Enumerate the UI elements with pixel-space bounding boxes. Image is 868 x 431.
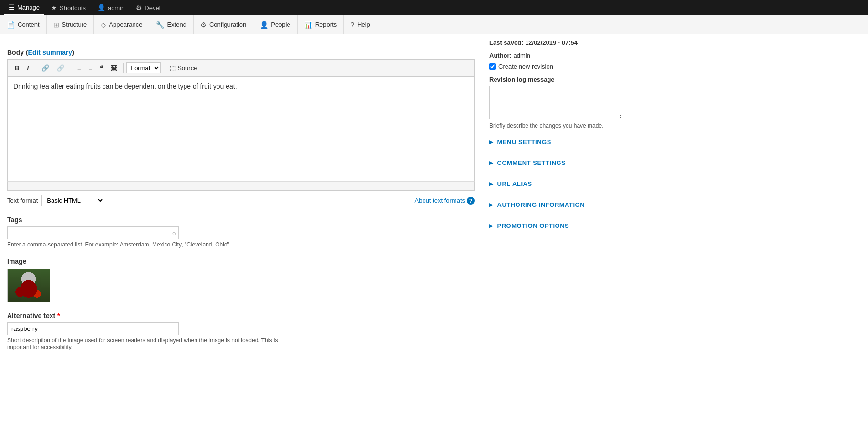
accordion-menu-settings: ▶ Menu Settings <box>489 133 622 150</box>
manage-label: Manage <box>17 4 40 11</box>
nav-people[interactable]: 👤 People <box>253 15 297 34</box>
appearance-icon: ◇ <box>101 21 106 29</box>
text-format-label: Text format <box>7 197 38 204</box>
structure-icon: ⊞ <box>53 21 59 29</box>
devel-label: Devel <box>145 4 160 11</box>
nav-config-label: Configuration <box>209 21 246 28</box>
tags-hint: Enter a comma-separated list. For exampl… <box>7 241 475 248</box>
page-layout: Body (Edit summary) B I 🔗 🔗 ≡ ≡ ❝ 🖼 Form… <box>0 34 868 355</box>
image-field: Image <box>7 257 475 302</box>
manage-icon: ☰ <box>9 3 15 11</box>
nav-appearance-label: Appearance <box>109 21 142 28</box>
main-nav: 📄 Content ⊞ Structure ◇ Appearance 🔧 Ext… <box>0 15 868 34</box>
toolbar-sep-1 <box>35 63 35 73</box>
alt-text-input[interactable] <box>7 322 179 335</box>
devel-icon: ⚙ <box>136 4 142 11</box>
nav-extend[interactable]: 🔧 Extend <box>149 15 193 34</box>
italic-button[interactable]: I <box>23 62 32 73</box>
nav-help[interactable]: ? Help <box>344 15 377 34</box>
image-label: Image <box>7 257 475 265</box>
nav-help-label: Help <box>357 21 370 28</box>
accordion-url-alias: ▶ URL Alias <box>489 175 622 192</box>
authoring-info-arrow-icon: ▶ <box>489 202 494 207</box>
url-alias-arrow-icon: ▶ <box>489 181 494 186</box>
unlink-button[interactable]: 🔗 <box>53 62 68 73</box>
tags-clear-icon[interactable]: ○ <box>172 229 176 237</box>
source-button[interactable]: ⬚ Source <box>167 63 200 73</box>
tags-input-wrap: ○ <box>7 226 179 239</box>
content-icon: 📄 <box>7 21 15 29</box>
text-format-select[interactable]: Basic HTML Restricted HTML Full HTML Pla… <box>41 195 104 206</box>
image-insert-button[interactable]: 🖼 <box>107 62 120 73</box>
main-content: Body (Edit summary) B I 🔗 🔗 ≡ ≡ ❝ 🖼 Form… <box>0 39 482 350</box>
star-icon: ★ <box>51 4 57 11</box>
user-icon: 👤 <box>97 4 105 11</box>
accordion-list: ▶ Menu Settings ▶ Comment Settings ▶ URL… <box>489 133 622 234</box>
revision-log-label: Revision log message <box>489 76 622 83</box>
image-thumbnail <box>7 269 50 302</box>
toolbar-sep-4 <box>164 63 164 73</box>
reports-icon: 📊 <box>304 21 312 29</box>
nav-content-label: Content <box>18 21 40 28</box>
create-revision-checkbox[interactable] <box>489 63 496 70</box>
bold-button[interactable]: B <box>11 62 22 73</box>
about-text-formats-link[interactable]: About text formats ? <box>415 197 475 205</box>
nav-content[interactable]: 📄 Content <box>0 15 47 34</box>
admin-bar-admin[interactable]: 👤 admin <box>93 0 129 15</box>
nav-appearance[interactable]: ◇ Appearance <box>94 15 149 34</box>
revision-log-textarea[interactable] <box>489 86 622 119</box>
tags-input[interactable] <box>7 226 179 239</box>
alt-text-hint: Short description of the image used for … <box>7 337 293 350</box>
format-select[interactable]: Format <box>126 62 161 73</box>
accordion-promotion-options-header[interactable]: ▶ Promotion Options <box>489 217 622 234</box>
create-revision-label: Create new revision <box>498 63 553 70</box>
editor-body[interactable]: Drinking tea after eating fruits can be … <box>7 76 475 181</box>
promotion-options-arrow-icon: ▶ <box>489 223 494 228</box>
tags-label: Tags <box>7 216 475 224</box>
required-star: * <box>57 312 60 319</box>
accordion-comment-settings-header[interactable]: ▶ Comment Settings <box>489 154 622 171</box>
admin-label: admin <box>108 4 124 11</box>
accordion-authoring-information-header[interactable]: ▶ Authoring Information <box>489 196 622 213</box>
sidebar: Last saved: 12/02/2019 - 07:54 Author: a… <box>482 39 630 350</box>
nav-configuration[interactable]: ⚙ Configuration <box>194 15 253 34</box>
extend-icon: 🔧 <box>156 21 164 29</box>
nav-extend-label: Extend <box>167 21 186 28</box>
alt-text-label: Alternative text * <box>7 312 475 319</box>
accordion-authoring-information: ▶ Authoring Information <box>489 196 622 213</box>
accordion-promotion-options: ▶ Promotion Options <box>489 217 622 234</box>
admin-bar-devel[interactable]: ⚙ Devel <box>131 0 165 15</box>
numbered-list-button[interactable]: ≡ <box>85 62 96 73</box>
accordion-menu-settings-header[interactable]: ▶ Menu Settings <box>489 133 622 150</box>
blockquote-button[interactable]: ❝ <box>96 62 106 73</box>
create-revision-row: Create new revision <box>489 63 622 70</box>
bullet-list-button[interactable]: ≡ <box>74 62 84 73</box>
editor-body-text: Drinking tea after eating fruits can be … <box>13 82 468 90</box>
nav-reports[interactable]: 📊 Reports <box>298 15 344 34</box>
about-formats-help-icon: ? <box>467 197 475 205</box>
sidebar-last-saved: Last saved: 12/02/2019 - 07:54 <box>489 39 622 46</box>
revision-log-section: Revision log message Briefly describe th… <box>489 76 622 129</box>
accordion-url-alias-header[interactable]: ▶ URL Alias <box>489 175 622 192</box>
admin-bar-manage[interactable]: ☰ Manage <box>4 0 44 15</box>
comment-settings-arrow-icon: ▶ <box>489 160 494 165</box>
people-icon: 👤 <box>260 21 268 29</box>
nav-people-label: People <box>271 21 290 28</box>
tags-field: Tags ○ Enter a comma-separated list. For… <box>7 216 475 248</box>
editor-toolbar: B I 🔗 🔗 ≡ ≡ ❝ 🖼 Format ⬚ <box>7 59 475 76</box>
edit-summary-link[interactable]: Edit summary <box>28 49 72 56</box>
help-icon: ? <box>351 21 354 29</box>
revision-log-hint: Briefly describe the changes you have ma… <box>489 123 622 129</box>
nav-structure[interactable]: ⊞ Structure <box>47 15 94 34</box>
sidebar-author: Author: admin <box>489 52 622 59</box>
body-field: Body (Edit summary) B I 🔗 🔗 ≡ ≡ ❝ 🖼 Form… <box>7 49 475 206</box>
source-icon: ⬚ <box>170 64 176 72</box>
editor-footer <box>7 181 475 191</box>
config-icon: ⚙ <box>200 21 207 29</box>
nav-reports-label: Reports <box>315 21 337 28</box>
link-button[interactable]: 🔗 <box>38 62 52 73</box>
shortcuts-label: Shortcuts <box>60 4 86 11</box>
admin-bar: ☰ Manage ★ Shortcuts 👤 admin ⚙ Devel <box>0 0 868 15</box>
admin-bar-shortcuts[interactable]: ★ Shortcuts <box>46 0 91 15</box>
toolbar-sep-2 <box>71 63 71 73</box>
